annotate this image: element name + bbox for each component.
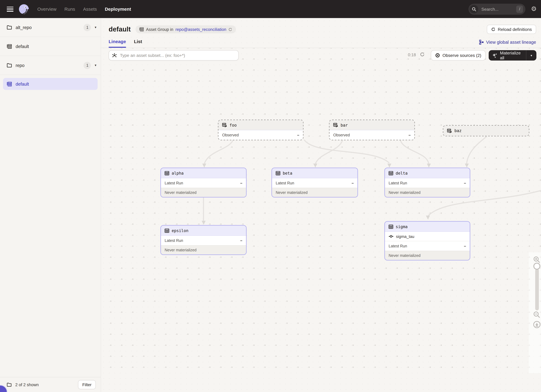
graph-controls: 0:18 Observe sources (2) bbox=[101, 48, 541, 63]
asset-node-beta[interactable]: beta Latest Run– Never materialized bbox=[271, 168, 358, 198]
filter-button[interactable]: Filter bbox=[78, 380, 96, 389]
asset-subset-input[interactable] bbox=[119, 53, 235, 58]
asset-check-label: sigma_tau bbox=[396, 234, 414, 239]
shown-count-label: 2 of 2 shown bbox=[15, 382, 39, 387]
asset-group-tag: Asset Group in repo@assets_reconciliatio… bbox=[135, 25, 236, 33]
main-panel: default Asset Group in repo@assets_recon… bbox=[101, 18, 541, 392]
table-asset-icon bbox=[389, 224, 393, 229]
latest-run-label: Latest Run bbox=[389, 181, 407, 185]
source-asset-icon bbox=[447, 128, 452, 133]
zoom-in-icon[interactable] bbox=[533, 256, 540, 263]
repo-link[interactable]: repo@assets_reconciliation bbox=[176, 27, 226, 32]
observed-value: – bbox=[297, 133, 299, 137]
menu-icon[interactable] bbox=[7, 7, 13, 11]
reload-definitions-label: Reload definitions bbox=[498, 27, 532, 32]
chevron-down-icon[interactable]: ▾ bbox=[95, 25, 96, 29]
latest-run-value: – bbox=[464, 181, 466, 185]
asset-node-alpha[interactable]: alpha Latest Run– Never materialized bbox=[160, 168, 247, 198]
reload-definitions-button[interactable]: Reload definitions bbox=[487, 25, 536, 34]
zoom-slider-knob[interactable] bbox=[533, 263, 540, 270]
latest-run-label: Latest Run bbox=[276, 181, 294, 185]
sidebar-item-repo[interactable]: repo 1 ▾ bbox=[0, 56, 101, 75]
latest-run-value: – bbox=[240, 181, 242, 185]
asset-name: epsilon bbox=[172, 228, 188, 233]
nav-item-deployment[interactable]: Deployment bbox=[105, 6, 131, 12]
asset-name: bar bbox=[341, 123, 348, 127]
refresh-icon[interactable] bbox=[420, 52, 425, 57]
materialization-status: Never materialized bbox=[161, 245, 246, 255]
observed-value: – bbox=[409, 133, 411, 137]
nav-item-runs[interactable]: Runs bbox=[64, 6, 75, 12]
source-asset-icon bbox=[222, 123, 227, 127]
nav-item-overview[interactable]: Overview bbox=[37, 6, 57, 12]
asset-node-bar[interactable]: bar Observed– bbox=[329, 120, 415, 140]
materialization-status: Never materialized bbox=[385, 251, 470, 260]
materialization-status: Never materialized bbox=[161, 188, 246, 197]
sidebar-item-default-selected[interactable]: default bbox=[3, 78, 98, 90]
sidebar-footer: 2 of 2 shown Filter bbox=[0, 377, 101, 392]
asset-group-icon bbox=[139, 27, 144, 31]
asset-subset-input-box[interactable] bbox=[109, 50, 239, 61]
table-asset-icon bbox=[165, 171, 169, 175]
source-asset-icon bbox=[333, 123, 338, 127]
gear-icon[interactable]: ⚙ bbox=[531, 6, 537, 12]
op-selector-icon bbox=[112, 53, 117, 58]
asset-node-baz[interactable]: baz bbox=[443, 125, 529, 136]
sidebar-item-label: repo bbox=[16, 63, 25, 68]
asset-node-epsilon[interactable]: epsilon Latest Run– Never materialized bbox=[160, 225, 247, 255]
top-nav: Overview Runs Assets Deployment / ⚙ bbox=[0, 0, 541, 18]
search-shortcut-key: / bbox=[516, 5, 523, 13]
search-box[interactable]: / bbox=[468, 4, 525, 15]
asset-name: alpha bbox=[172, 171, 184, 175]
view-global-asset-lineage-link[interactable]: View global asset lineage bbox=[479, 40, 536, 48]
observed-label: Observed bbox=[333, 133, 350, 137]
page-header: default Asset Group in repo@assets_recon… bbox=[101, 18, 541, 34]
materialize-all-label: Materialize all bbox=[500, 51, 526, 60]
asset-name: baz bbox=[454, 128, 462, 133]
asset-node-delta[interactable]: delta Latest Run– Never materialized bbox=[384, 168, 470, 198]
page-title: default bbox=[109, 25, 131, 33]
table-asset-icon bbox=[165, 228, 169, 233]
asset-node-foo[interactable]: foo Observed– bbox=[218, 120, 304, 140]
reload-icon bbox=[491, 27, 495, 31]
materialization-status: Never materialized bbox=[385, 188, 470, 197]
observe-sources-button[interactable]: Observe sources (2) bbox=[431, 50, 486, 61]
tab-lineage[interactable]: Lineage bbox=[109, 39, 126, 48]
sidebar-item-default-group[interactable]: default bbox=[0, 37, 101, 56]
global-link-label: View global asset lineage bbox=[486, 40, 536, 45]
dagster-logo-icon[interactable] bbox=[19, 4, 29, 14]
observed-label: Observed bbox=[222, 133, 239, 137]
nav-item-assets[interactable]: Assets bbox=[83, 6, 97, 12]
latest-run-value: – bbox=[464, 244, 466, 248]
asset-node-sigma[interactable]: sigma sigma_tau Latest Run– Never materi… bbox=[384, 221, 470, 260]
sidebar-item-label: default bbox=[16, 81, 29, 86]
lineage-edges bbox=[101, 48, 541, 373]
nav-links: Overview Runs Assets Deployment bbox=[37, 6, 131, 12]
search-icon bbox=[470, 5, 478, 13]
tag-prefix: Asset Group in bbox=[146, 27, 173, 32]
asset-group-icon bbox=[7, 81, 12, 86]
asset-count-badge: 1 bbox=[84, 62, 91, 69]
zoom-slider-track[interactable] bbox=[535, 269, 539, 310]
materialize-all-button[interactable]: Materialize all ▾ bbox=[489, 50, 536, 61]
asset-graph-canvas[interactable]: 0:18 Observe sources (2) bbox=[101, 48, 541, 373]
asset-check-icon bbox=[389, 234, 394, 239]
lineage-icon bbox=[479, 40, 484, 45]
search-input[interactable] bbox=[481, 6, 516, 12]
asset-check-row[interactable]: sigma_tau bbox=[385, 232, 470, 241]
zoom-out-icon[interactable] bbox=[533, 311, 540, 318]
tab-list[interactable]: List bbox=[134, 39, 142, 48]
asset-group-icon bbox=[7, 44, 12, 49]
observe-sources-label: Observe sources (2) bbox=[442, 53, 481, 58]
latest-run-value: – bbox=[352, 181, 354, 185]
folder-icon bbox=[7, 382, 12, 387]
reload-icon[interactable] bbox=[229, 27, 232, 31]
asset-name: foo bbox=[229, 123, 237, 127]
download-image-icon[interactable] bbox=[533, 321, 541, 328]
tabs-bar: Lineage List View global asset lineage bbox=[101, 34, 541, 48]
latest-run-label: Latest Run bbox=[389, 244, 407, 248]
refresh-timer: 0:18 bbox=[408, 53, 416, 57]
chevron-down-icon[interactable]: ▾ bbox=[95, 63, 96, 67]
sidebar-item-alt-repo[interactable]: alt_repo 1 ▾ bbox=[0, 18, 101, 37]
materialize-dropdown-caret[interactable]: ▾ bbox=[526, 50, 536, 61]
